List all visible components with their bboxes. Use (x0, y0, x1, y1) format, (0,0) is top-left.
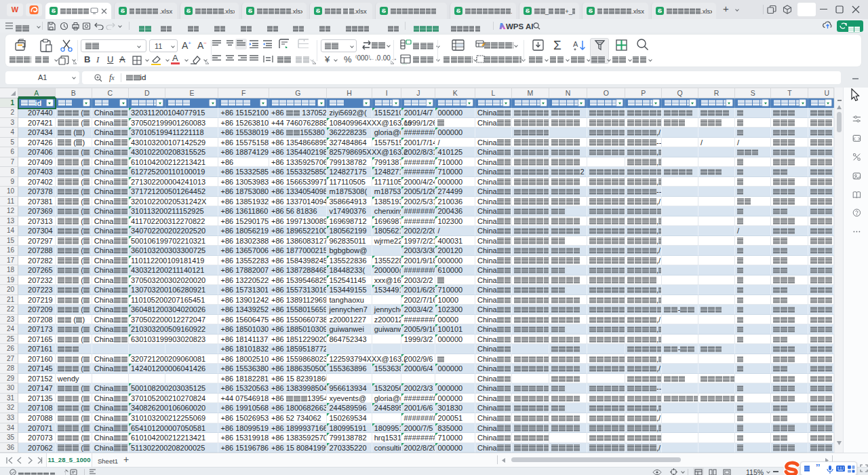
svg-text:A: A (573, 40, 578, 48)
